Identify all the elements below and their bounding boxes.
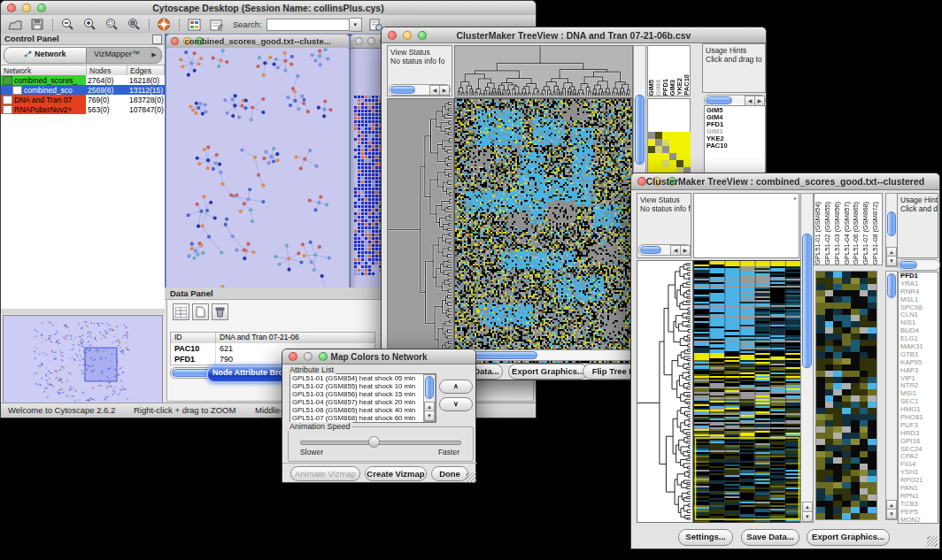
heatmap-main[interactable] (693, 260, 801, 523)
resize-grip[interactable] (927, 536, 938, 547)
matrix-cell (683, 139, 691, 146)
usage-hscrollbar[interactable] (898, 259, 940, 271)
toolbar-separator (179, 19, 180, 31)
column-label: GPL51-08 (GSM872) (872, 202, 882, 265)
view-status-hscrollbar[interactable]: ◀ ▶ (638, 244, 691, 256)
scroll-down-icon[interactable]: ▼ (424, 410, 435, 421)
zoom-vscrollbar[interactable]: ▲ ▼ (885, 271, 898, 520)
move-down-button[interactable]: ∨ (439, 397, 473, 411)
settings-button[interactable]: Settings... (678, 529, 733, 546)
row-dendrogram[interactable] (387, 98, 454, 364)
network-list-item[interactable]: DNA and Tran 07769(0)183728(0) (1, 95, 165, 104)
matrix-cell (655, 153, 662, 160)
main-titlebar[interactable]: Cytoscape Desktop (Session Name: collins… (1, 1, 536, 16)
done-button[interactable]: Done (431, 466, 468, 481)
scrollbar-thumb[interactable] (640, 246, 661, 254)
zoom-in-icon[interactable] (81, 18, 97, 32)
animate-vizmap-button[interactable]: Animate Vizmap (290, 466, 360, 481)
attribute-list-vscrollbar[interactable]: ▲ ▼ (423, 374, 436, 422)
open-file-icon[interactable] (7, 18, 23, 32)
move-up-button[interactable]: ∧ (439, 380, 473, 394)
scrollbar-thumb[interactable] (425, 376, 434, 399)
speed-slider-thumb[interactable] (368, 436, 380, 448)
delete-attribute-icon[interactable] (212, 303, 228, 320)
file-icon (3, 105, 12, 114)
scrollbar-thumb[interactable] (706, 96, 732, 104)
zoom-selected-icon[interactable] (104, 18, 120, 32)
export-graphics-button[interactable]: Export Graphics... (508, 364, 588, 380)
create-vizmap-button[interactable]: Create Vizmap (365, 466, 427, 481)
export-graphics-button[interactable]: Export Graphics... (807, 529, 890, 546)
scrollbar-thumb[interactable] (468, 351, 537, 359)
minimize-icon[interactable] (367, 37, 375, 45)
frame-titlebar[interactable]: combined_scores_good.txt--cluste... (166, 35, 349, 49)
scrollbar-thumb[interactable] (390, 86, 415, 94)
save-data-button[interactable]: Save Data... (741, 529, 799, 546)
speed-slider[interactable] (300, 441, 461, 445)
scroll-right-icon[interactable]: ▶ (439, 85, 450, 96)
column-dendrogram[interactable] (454, 45, 633, 98)
save-icon[interactable] (29, 18, 45, 32)
network-canvas[interactable] (167, 48, 348, 320)
gene-label[interactable]: MON2 (900, 517, 938, 524)
matrix-cell (669, 153, 676, 160)
help-lifesaver-icon[interactable] (156, 18, 172, 32)
select-attributes-icon[interactable] (173, 303, 189, 320)
tabs-overflow-icon[interactable]: ▶ (147, 48, 161, 63)
search-dropdown-icon[interactable]: ▼ (350, 18, 362, 32)
scrollbar-thumb[interactable] (887, 211, 896, 236)
heatmap-main[interactable] (454, 98, 633, 364)
view-status-hscrollbar[interactable]: ◀ ▶ (389, 84, 451, 96)
attribute-browser-icon[interactable] (186, 18, 202, 32)
heatmap-vscrollbar[interactable]: ▲ ▼ (800, 193, 814, 523)
network-overview[interactable] (3, 315, 163, 409)
float-panel-icon[interactable] (152, 35, 162, 44)
row-dendrogram[interactable] (637, 260, 693, 523)
heatmap-zoomed[interactable] (815, 271, 877, 520)
zoom-fit-icon[interactable] (126, 18, 142, 32)
network-name-cell: RNAPuberNov2+ (1, 104, 86, 114)
attribute-list-item[interactable]: GPL51-07 (GSM868) heat shock 60 min (290, 414, 436, 422)
tv1-titlebar[interactable]: ClusterMaker TreeView : DNA and Tran 07-… (382, 27, 766, 43)
folder-icon (3, 76, 12, 85)
control-panel-tabs: Network VizMapper™ ▶ (4, 47, 162, 64)
header-marker-icon: ▸ (794, 195, 797, 201)
zoom-out-icon[interactable] (59, 18, 75, 32)
attribute-list-item[interactable]: GPL51-03 (GSM856) heat shock 15 min (290, 390, 436, 398)
network-name-cell: DNA and Tran 07 (1, 95, 86, 104)
resize-grip[interactable] (466, 472, 476, 483)
tab-vizmapper[interactable]: VizMapper™ (87, 48, 147, 63)
dialog-titlebar[interactable]: Map Colors to Network (282, 349, 475, 364)
summary-heatmap[interactable] (648, 132, 691, 174)
network-list-item[interactable]: combined_sco2569(6)13112(15) (1, 85, 165, 95)
heatmap-hscrollbar[interactable] (454, 349, 633, 361)
scrollbar-thumb[interactable] (802, 234, 812, 368)
new-attribute-icon[interactable] (192, 303, 209, 320)
network-list-item[interactable]: combined_scores_2764(0)16218(0) (1, 75, 165, 85)
attribute-list[interactable]: GPL51-01 (GSM854) heat shock 05 minGPL51… (290, 373, 436, 423)
gene-list[interactable]: PFD1YRA1RNR4MSL1SPC98CLN1NIS1BUD4ELG1MAK… (898, 272, 938, 524)
edit-sheet-icon[interactable] (208, 18, 224, 32)
scroll-right-icon[interactable]: ▶ (680, 245, 691, 256)
attribute-list-item[interactable]: GPL51-04 (GSM857) heat shock 20 min (290, 398, 436, 406)
panel-splitter[interactable] (1, 309, 165, 314)
search-input[interactable] (266, 19, 350, 31)
scroll-down-icon[interactable]: ▼ (886, 509, 897, 519)
network-canvas-dense-grid[interactable] (354, 96, 382, 276)
attribute-list-item[interactable]: GPL51-01 (GSM854) heat shock 05 min (290, 374, 436, 382)
scrollbar-thumb[interactable] (887, 273, 896, 298)
attribute-list-item[interactable]: GPL51-02 (GSM855) heat shock 10 min (290, 382, 436, 390)
scroll-down-icon[interactable]: ▼ (802, 511, 813, 522)
matrix-cell (669, 139, 676, 146)
scrollbar-thumb[interactable] (635, 95, 645, 165)
network-view-frame[interactable]: combined_scores_good.txt--cluste... (166, 34, 350, 322)
tab-network[interactable]: Network (4, 48, 87, 63)
scrollbar-thumb[interactable] (900, 261, 917, 269)
network-list-item[interactable]: RNAPuberNov2+563(0)107847(0) (1, 104, 165, 114)
tv2-titlebar[interactable]: ClusterMaker TreeView : combined_scores_… (631, 173, 939, 190)
scroll-down-icon[interactable]: ▼ (886, 256, 897, 266)
attribute-list-item[interactable]: GPL51-06 (GSM865) heat shock 40 min (290, 406, 436, 414)
close-icon[interactable] (355, 37, 363, 45)
column-labels-vscrollbar[interactable]: ▲ ▼ (885, 193, 898, 267)
usage-hints-panel: Usage Hints Click and drag to (897, 193, 938, 258)
